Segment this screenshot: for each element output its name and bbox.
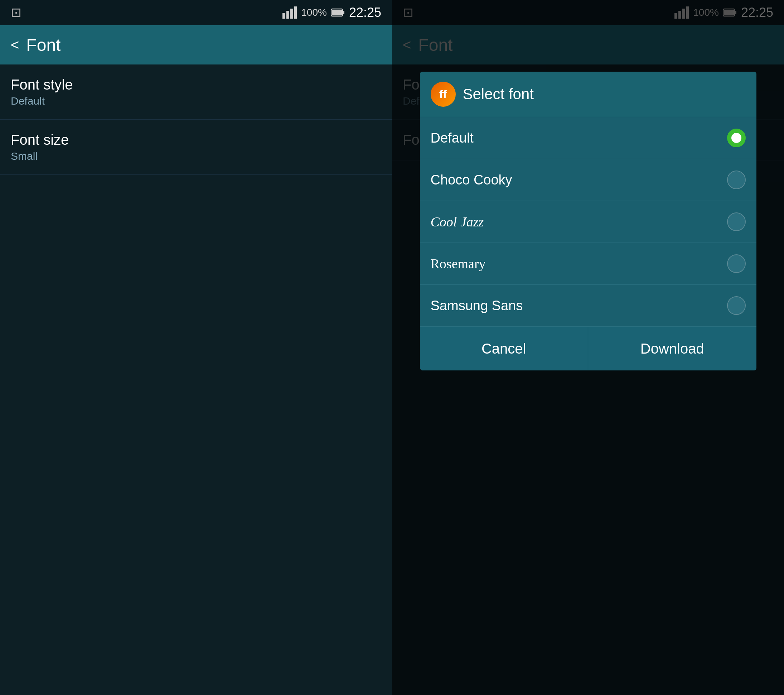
dialog-header: ff Select font bbox=[420, 72, 756, 117]
left-panel: ⊡ 100% 22:25 < Font Font style Default F… bbox=[0, 0, 392, 695]
svg-rect-2 bbox=[290, 8, 293, 19]
select-font-dialog: ff Select font Default Choco Cooky Cool … bbox=[420, 72, 756, 370]
font-label-rosemary: Rosemary bbox=[431, 256, 486, 272]
left-status-icon: ⊡ bbox=[11, 5, 21, 20]
right-panel: ⊡ 100% 22:25 < Font Font style Default F… bbox=[392, 0, 784, 695]
font-label-default: Default bbox=[431, 130, 474, 146]
font-option-cool-jazz[interactable]: Cool Jazz bbox=[420, 201, 756, 243]
radio-choco-cooky[interactable] bbox=[727, 170, 746, 189]
font-style-subtitle: Default bbox=[11, 95, 381, 107]
svg-rect-6 bbox=[332, 10, 342, 15]
svg-rect-3 bbox=[294, 7, 297, 19]
left-time: 22:25 bbox=[349, 5, 381, 20]
font-option-rosemary[interactable]: Rosemary bbox=[420, 243, 756, 285]
dialog-overlay: ff Select font Default Choco Cooky Cool … bbox=[392, 0, 784, 695]
left-back-arrow[interactable]: < bbox=[11, 37, 19, 53]
left-nav-title: Font bbox=[26, 35, 61, 55]
font-size-subtitle: Small bbox=[11, 150, 381, 162]
font-style-title: Font style bbox=[11, 77, 381, 93]
font-label-samsung-sans: Samsung Sans bbox=[431, 298, 523, 314]
svg-rect-1 bbox=[287, 11, 289, 19]
font-option-default[interactable]: Default bbox=[420, 117, 756, 159]
font-option-choco-cooky[interactable]: Choco Cooky bbox=[420, 159, 756, 201]
dialog-footer: Cancel Download bbox=[420, 327, 756, 370]
cancel-button[interactable]: Cancel bbox=[420, 327, 588, 370]
left-battery-pct: 100% bbox=[301, 7, 327, 18]
font-option-samsung-sans[interactable]: Samsung Sans bbox=[420, 285, 756, 327]
font-label-cool-jazz: Cool Jazz bbox=[431, 214, 484, 229]
radio-samsung-sans[interactable] bbox=[727, 296, 746, 315]
signal-icon bbox=[282, 7, 297, 19]
radio-rosemary[interactable] bbox=[727, 254, 746, 273]
svg-rect-0 bbox=[282, 13, 285, 19]
download-button[interactable]: Download bbox=[588, 327, 756, 370]
radio-default[interactable] bbox=[727, 129, 746, 147]
font-size-title: Font size bbox=[11, 132, 381, 148]
font-size-item[interactable]: Font size Small bbox=[0, 120, 392, 175]
radio-cool-jazz[interactable] bbox=[727, 213, 746, 231]
left-settings-list: Font style Default Font size Small bbox=[0, 64, 392, 695]
battery-icon bbox=[331, 8, 345, 18]
svg-rect-5 bbox=[343, 11, 344, 14]
left-status-bar: ⊡ 100% 22:25 bbox=[0, 0, 392, 25]
fontflame-icon: ff bbox=[431, 82, 456, 107]
font-style-item[interactable]: Font style Default bbox=[0, 64, 392, 120]
dialog-header-title: Select font bbox=[463, 86, 534, 103]
left-nav-bar[interactable]: < Font bbox=[0, 25, 392, 64]
font-label-choco-cooky: Choco Cooky bbox=[431, 172, 512, 188]
